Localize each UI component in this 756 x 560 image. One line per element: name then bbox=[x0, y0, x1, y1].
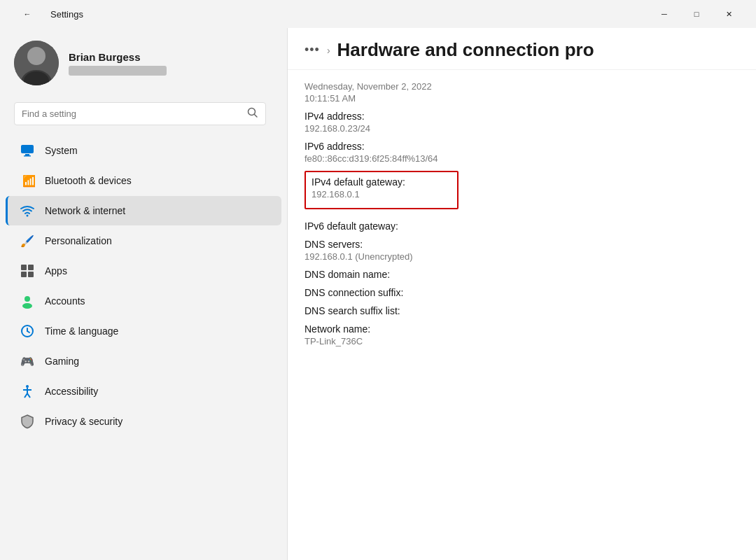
search-icon bbox=[247, 107, 258, 120]
sidebar-item-privacy-label: Privacy & security bbox=[45, 416, 122, 427]
svg-point-16 bbox=[24, 296, 30, 302]
ipv4-gateway-label: IPv4 default gateway: bbox=[312, 176, 451, 188]
time-text: 10:11:51 AM bbox=[304, 93, 739, 104]
user-name: Brian Burgess bbox=[69, 51, 167, 63]
svg-line-5 bbox=[255, 115, 258, 118]
user-info: Brian Burgess bbox=[69, 51, 167, 76]
breadcrumb-arrow: › bbox=[327, 45, 330, 56]
sidebar-item-apps[interactable]: Apps bbox=[6, 256, 281, 286]
datetime-row: Wednesday, November 2, 2022 10:11:51 AM bbox=[304, 81, 739, 104]
sidebar: Brian Burgess Syst bbox=[0, 28, 287, 560]
svg-text:🖌️: 🖌️ bbox=[20, 234, 34, 248]
app-body: Brian Burgess Syst bbox=[0, 28, 756, 560]
sidebar-item-bluetooth-label: Bluetooth & devices bbox=[45, 175, 132, 186]
breadcrumb-dots[interactable]: ••• bbox=[304, 43, 320, 57]
search-input[interactable] bbox=[22, 108, 241, 119]
svg-rect-8 bbox=[24, 155, 31, 157]
right-panel: ••• › Hardware and connection pro Wednes… bbox=[287, 28, 756, 560]
dns-domain-row: DNS domain name: bbox=[304, 269, 739, 280]
monitor-icon bbox=[20, 143, 35, 158]
user-email-redacted bbox=[69, 66, 167, 76]
network-name-row: Network name: TP-Link_736C bbox=[304, 323, 739, 346]
search-container bbox=[0, 97, 287, 135]
sidebar-item-accessibility-label: Accessibility bbox=[45, 386, 98, 397]
network-name-value: TP-Link_736C bbox=[304, 336, 739, 346]
ipv4-address-label: IPv4 address: bbox=[304, 111, 739, 122]
panel-header: ••• › Hardware and connection pro bbox=[288, 28, 756, 70]
svg-rect-14 bbox=[21, 272, 27, 277]
brush-icon: 🖌️ bbox=[20, 233, 35, 248]
sidebar-item-bluetooth[interactable]: 📶 Bluetooth & devices bbox=[6, 166, 281, 195]
sidebar-item-time[interactable]: Time & language bbox=[6, 316, 281, 346]
ipv4-gateway-highlight-box: IPv4 default gateway: 192.168.0.1 bbox=[304, 171, 458, 209]
svg-rect-13 bbox=[28, 265, 34, 270]
ipv6-address-label: IPv6 address: bbox=[304, 141, 739, 152]
ipv6-gateway-label: IPv6 default gateway: bbox=[304, 220, 739, 232]
title-bar: ← Settings ─ □ ✕ bbox=[0, 0, 756, 28]
sidebar-item-system-label: System bbox=[45, 145, 78, 156]
sidebar-item-time-label: Time & language bbox=[45, 326, 118, 337]
bluetooth-icon: 📶 bbox=[20, 173, 35, 188]
sidebar-item-network[interactable]: Network & internet bbox=[6, 196, 281, 225]
dns-servers-value: 192.168.0.1 (Unencrypted) bbox=[304, 251, 739, 262]
dns-connection-row: DNS connection suffix: bbox=[304, 287, 739, 298]
ipv4-address-row: IPv4 address: 192.168.0.23/24 bbox=[304, 111, 739, 134]
sidebar-item-accounts-label: Accounts bbox=[45, 295, 85, 307]
gamepad-icon: 🎮 bbox=[20, 354, 35, 369]
sidebar-item-gaming[interactable]: 🎮 Gaming bbox=[6, 346, 281, 376]
person-icon bbox=[20, 293, 35, 309]
clock-icon bbox=[20, 323, 35, 339]
title-bar-left: ← Settings bbox=[11, 3, 83, 25]
svg-text:📶: 📶 bbox=[22, 174, 35, 188]
dns-servers-label: DNS servers: bbox=[304, 239, 739, 250]
dns-domain-label: DNS domain name: bbox=[304, 269, 739, 280]
nav-menu: System 📶 Bluetooth & devices Netw bbox=[0, 135, 287, 437]
dns-search-label: DNS search suffix list: bbox=[304, 305, 739, 316]
svg-rect-15 bbox=[28, 272, 34, 277]
svg-point-22 bbox=[26, 385, 29, 388]
avatar bbox=[14, 41, 59, 85]
app-title: Settings bbox=[50, 9, 83, 20]
back-button[interactable]: ← bbox=[11, 3, 43, 25]
shield-icon bbox=[20, 414, 35, 429]
sidebar-item-personalization-label: Personalization bbox=[45, 235, 112, 246]
svg-point-10 bbox=[27, 215, 29, 217]
ipv4-address-value: 192.168.0.23/24 bbox=[304, 123, 739, 134]
window-controls: ─ □ ✕ bbox=[648, 3, 745, 25]
svg-line-20 bbox=[27, 331, 29, 332]
sidebar-item-system[interactable]: System bbox=[6, 136, 281, 165]
date-text: Wednesday, November 2, 2022 bbox=[304, 81, 739, 92]
ipv6-address-row: IPv6 address: fe80::86cc:d319:6f25:84ff%… bbox=[304, 141, 739, 164]
sidebar-item-accessibility[interactable]: Accessibility bbox=[6, 377, 281, 406]
panel-content: Wednesday, November 2, 2022 10:11:51 AM … bbox=[288, 70, 756, 560]
sidebar-item-personalization[interactable]: 🖌️ Personalization bbox=[6, 226, 281, 255]
svg-point-17 bbox=[22, 303, 32, 309]
dns-connection-label: DNS connection suffix: bbox=[304, 287, 739, 298]
maximize-button[interactable]: □ bbox=[680, 3, 713, 25]
svg-text:🎮: 🎮 bbox=[20, 355, 34, 368]
sidebar-item-accounts[interactable]: Accounts bbox=[6, 286, 281, 316]
svg-point-1 bbox=[27, 47, 46, 65]
ipv4-gateway-row: IPv4 default gateway: 192.168.0.1 bbox=[304, 171, 739, 214]
svg-line-26 bbox=[27, 393, 30, 398]
dns-search-row: DNS search suffix list: bbox=[304, 305, 739, 316]
sidebar-item-gaming-label: Gaming bbox=[45, 356, 79, 367]
svg-rect-7 bbox=[25, 154, 29, 155]
apps-icon bbox=[20, 263, 35, 279]
wifi-icon bbox=[20, 203, 35, 218]
page-title: Hardware and connection pro bbox=[337, 39, 594, 61]
search-box[interactable] bbox=[14, 102, 266, 125]
svg-rect-12 bbox=[21, 265, 27, 270]
svg-rect-6 bbox=[21, 145, 34, 153]
dns-servers-row: DNS servers: 192.168.0.1 (Unencrypted) bbox=[304, 239, 739, 262]
ipv4-gateway-value: 192.168.0.1 bbox=[312, 189, 451, 200]
ipv6-gateway-row: IPv6 default gateway: bbox=[304, 220, 739, 232]
close-button[interactable]: ✕ bbox=[713, 3, 745, 25]
sidebar-item-privacy[interactable]: Privacy & security bbox=[6, 407, 281, 436]
ipv6-address-value: fe80::86cc:d319:6f25:84ff%13/64 bbox=[304, 153, 739, 164]
sidebar-item-network-label: Network & internet bbox=[45, 205, 125, 216]
accessibility-icon bbox=[20, 384, 35, 399]
user-profile: Brian Burgess bbox=[0, 28, 287, 97]
sidebar-item-apps-label: Apps bbox=[45, 265, 67, 276]
minimize-button[interactable]: ─ bbox=[648, 3, 680, 25]
